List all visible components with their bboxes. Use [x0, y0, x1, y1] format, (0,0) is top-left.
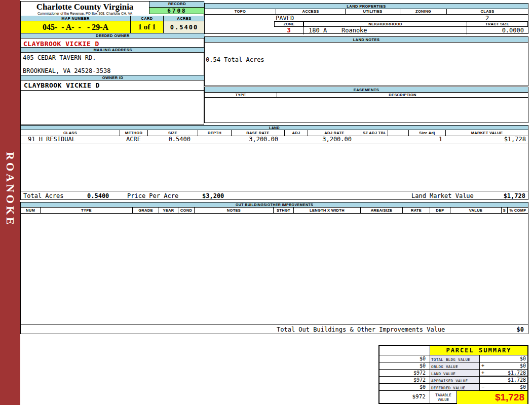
land-properties-values: PAVED 2 — [205, 15, 528, 21]
op: + — [481, 370, 484, 376]
tract-size-header: TRACT SIZE — [467, 22, 527, 26]
easement-description-header: DESCRIPTION — [277, 93, 528, 97]
summary-row-taxable: $972 TAXABLE VALUE $1,728 — [379, 391, 527, 404]
prior-taxable: $972 — [379, 391, 430, 404]
land-adj-rate: 3,200.00 — [308, 136, 361, 143]
land-base-rate: 3,200.00 — [231, 136, 284, 143]
total-acres-value: 0.5400 — [87, 192, 109, 199]
value-obldg: + $0 — [480, 362, 527, 370]
utilities-header: UTILITIES — [345, 9, 400, 14]
prior-deferred: $0 — [379, 384, 430, 391]
district-sidebar: ROANOKE — [0, 0, 20, 405]
col-adj-rate: ADJ RATE — [308, 130, 361, 136]
address-line-1: 405 CEDAR TAVERN RD. — [21, 54, 96, 61]
owner-panel: Charlotte County Virginia Commissioner o… — [20, 1, 204, 125]
op: − — [481, 384, 484, 390]
class-value: 2 — [446, 15, 528, 22]
owner-id-value: CLAYBROOK VICKIE D — [21, 80, 205, 91]
easements-headers: TYPE DESCRIPTION — [205, 93, 528, 98]
zone-header: ZONE — [275, 22, 303, 26]
land-market-value-total: $1,728 — [504, 192, 525, 199]
land-class: 91 H RESIDUAL — [21, 136, 120, 143]
easement-type-header: TYPE — [205, 93, 277, 97]
land-market-value-label: Land Market Value — [411, 192, 474, 199]
zoning-header: ZONING — [400, 9, 446, 14]
land-size: 0.5400 — [147, 136, 198, 143]
prior-total-bldg: $0 — [379, 355, 430, 362]
col-notes: NOTES — [194, 208, 273, 213]
topo-header: TOPO — [205, 9, 276, 14]
land-method: ACRE — [120, 136, 147, 143]
out-buildings-total-label: Total Out Buildings & Other Improvements… — [277, 326, 445, 333]
out-buildings-panel: OUT BUILDINGS/OTHER IMPROVEMENTS NUM TYP… — [20, 202, 528, 334]
land-notes-panel: LAND NOTES 0.54 Total Acres — [204, 36, 528, 86]
label-appraised: APPRAISED VALUE — [430, 377, 480, 384]
neighborhood-header: NEIGHBORHOOD — [303, 22, 467, 26]
label-obldg: OBLDG VALUE — [430, 362, 480, 370]
col-s: S — [501, 208, 507, 213]
parcel-summary-title: PARCEL SUMMARY — [430, 346, 527, 355]
col-grade: GRADE — [132, 208, 159, 213]
val: $0 — [520, 355, 526, 362]
parcel-summary-blank-cell — [379, 346, 430, 355]
out-buildings-total-row: Total Out Buildings & Other Improvements… — [21, 325, 528, 334]
label-land: LAND VALUE — [430, 370, 480, 377]
map-number-header: MAP NUMBER — [21, 16, 131, 21]
record-header: RECORD — [149, 2, 205, 8]
land-properties-panel: LAND PROPERTIES TOPO ACCESS UTILITIES ZO… — [204, 3, 528, 34]
label-taxable: TAXABLE VALUE — [430, 391, 457, 404]
price-per-acre-label: Price Per Acre — [127, 192, 178, 199]
val: $1,728 — [508, 370, 526, 376]
easements-title: EASEMENTS — [205, 87, 528, 93]
tract-size-value: 0.0000 — [502, 27, 524, 34]
col-year: YEAR — [159, 208, 178, 213]
land-table-row: 91 H RESIDUAL ACRE 0.5400 3,200.00 3,200… — [21, 136, 528, 143]
commissioner-line: Commissioner of the Revenue, PO Box 308,… — [21, 12, 149, 15]
acres-value: 0.5400 — [164, 21, 205, 33]
land-properties-headers: TOPO ACCESS UTILITIES ZONING CLASS — [205, 9, 528, 15]
col-type: TYPE — [40, 208, 132, 213]
col-base-rate: BASE RATE — [231, 130, 284, 136]
op: + — [481, 362, 484, 369]
easements-panel: EASEMENTS TYPE DESCRIPTION — [204, 87, 528, 123]
val: $1,728 — [508, 377, 526, 383]
access-header: ACCESS — [276, 9, 345, 14]
col-sz-adj-tbl: SZ ADJ TBL — [361, 130, 388, 136]
col-dep: DEP — [430, 208, 450, 213]
val: $0 — [520, 362, 526, 369]
deeded-owner-name: CLAYBROOK VICKIE D — [21, 38, 205, 48]
taxable-value: $1,728 — [457, 391, 527, 404]
owner-id-header: OWNER ID — [21, 75, 205, 80]
land-table-panel: LAND CLASS METHOD SIZE DEPTH BASE RATE A… — [20, 125, 528, 200]
col-class: CLASS — [21, 130, 120, 136]
neighborhood-name: Roanoke — [341, 27, 367, 34]
col-cond: COND — [178, 208, 194, 213]
label-deferred: DEFERRED VALUE — [430, 384, 480, 391]
zone-header-row: ZONE NEIGHBORHOOD TRACT SIZE — [274, 21, 528, 27]
acres-header: ACRES — [164, 16, 205, 21]
col-value: VALUE — [450, 208, 501, 213]
label-total-bldg: TOTAL BLDG VALUE — [430, 355, 480, 362]
out-buildings-total-value: $0 — [517, 326, 524, 333]
col-market-value: MARKET VALUE — [445, 130, 528, 136]
land-totals-row: Total Acres 0.5400 Price Per Acre $3,200… — [21, 191, 528, 200]
card-header: CARD — [131, 16, 164, 21]
zone-value-row: 3 180 A Roanoke 0.0000 — [274, 27, 529, 34]
value-land: + $1,728 — [480, 370, 527, 377]
value-total-bldg: $0 — [480, 355, 527, 362]
land-sz-adj-tbl — [361, 136, 388, 143]
col-area-size: AREA/SIZE — [360, 208, 402, 213]
county-title: Charlotte County Virginia — [21, 2, 149, 12]
district-name: ROANOKE — [4, 152, 17, 227]
col-method: METHOD — [120, 130, 147, 136]
card-value: 1 of 1 — [131, 21, 164, 33]
summary-row-total-bldg: $0 TOTAL BLDG VALUE $0 — [379, 355, 527, 362]
summary-row-deferred: $0 DEFERRED VALUE − $0 — [379, 384, 527, 391]
land-depth — [198, 136, 231, 143]
neighborhood-code: 180 A — [309, 27, 327, 34]
property-record-card: ROANOKE Charlotte County Virginia Commis… — [0, 0, 532, 405]
map-number-value: 045- - A- - - 29-A — [21, 21, 131, 33]
col-num: NUM — [21, 208, 40, 213]
val: $0 — [520, 384, 526, 390]
map-value-row: 045- - A- - - 29-A 1 of 1 0.5400 — [21, 21, 205, 33]
